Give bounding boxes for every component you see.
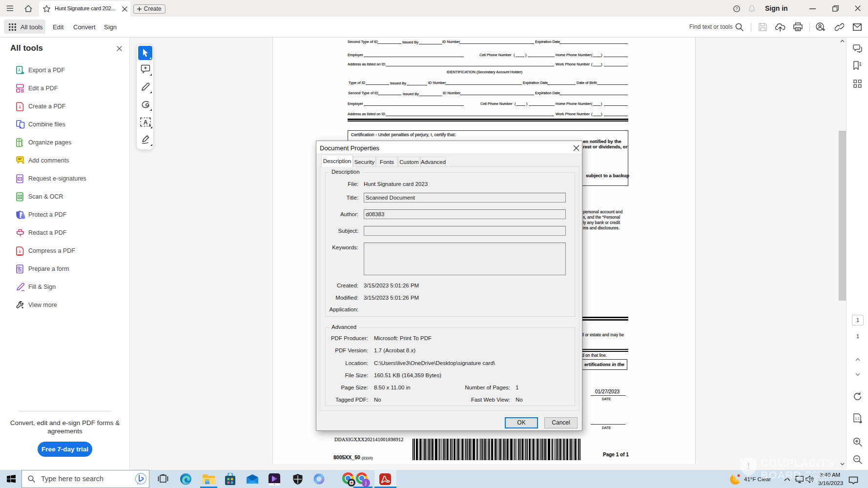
- svg-text:A: A: [144, 119, 148, 126]
- svg-text:A: A: [19, 195, 21, 199]
- svg-text:?: ?: [735, 6, 738, 11]
- svg-text:!: !: [747, 461, 750, 471]
- svg-text:1:1: 1:1: [855, 417, 860, 420]
- svg-text:λ: λ: [19, 104, 21, 109]
- svg-text:λ: λ: [19, 249, 21, 254]
- svg-text:λ: λ: [19, 67, 21, 72]
